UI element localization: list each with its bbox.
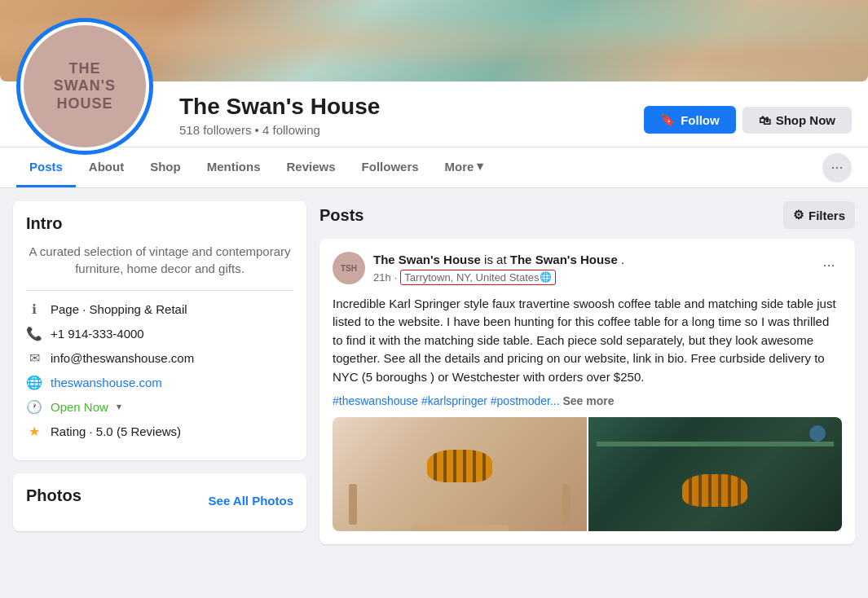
post-location-page-link[interactable]: The Swan's House [510, 253, 618, 266]
tiger-decoration [427, 450, 492, 482]
page-title: The Swan's House [179, 94, 644, 120]
photos-card: Photos See All Photos [13, 473, 306, 531]
avatar-text: TheSWAN'Shouse [54, 60, 116, 113]
tab-followers[interactable]: Followers [349, 148, 432, 187]
intro-card: Intro A curated selection of vintage and… [13, 201, 306, 460]
intro-item-website[interactable]: 🌐 theswanshouse.com [26, 374, 293, 390]
star-icon: ★ [26, 423, 42, 439]
tiger-decoration-2 [682, 474, 747, 507]
see-all-photos-link[interactable]: See All Photos [209, 494, 293, 508]
posts-header: Posts ⚙ Filters [319, 201, 855, 229]
follow-icon: 🔖 [660, 112, 676, 127]
follow-button[interactable]: 🔖 Follow [644, 106, 736, 134]
posts-section-title: Posts [319, 206, 364, 225]
post-images [333, 417, 842, 531]
post-meta: The Swan's House is at The Swan's House … [373, 252, 808, 285]
post-author-line: The Swan's House is at The Swan's House … [373, 252, 808, 268]
intro-item-rating: ★ Rating · 5.0 (5 Reviews) [26, 423, 293, 439]
info-icon: ℹ [26, 301, 42, 317]
main-content: Intro A curated selection of vintage and… [0, 201, 868, 544]
post-location-text: Tarrytown, NY, United States [404, 271, 539, 284]
left-sidebar: Intro A curated selection of vintage and… [13, 201, 306, 544]
post-image-2[interactable] [588, 417, 843, 531]
post-time-line: 21h · Tarrytown, NY, United States 🌐 [373, 270, 808, 285]
tab-reviews[interactable]: Reviews [274, 148, 349, 187]
more-options-button[interactable]: ··· [822, 153, 852, 182]
post-image-1[interactable] [333, 417, 587, 531]
photos-header: Photos See All Photos [26, 486, 293, 515]
tab-mentions[interactable]: Mentions [194, 148, 274, 187]
post-header: TSH The Swan's House is at The Swan's Ho… [333, 252, 842, 285]
chevron-down-icon: ▾ [477, 159, 483, 174]
filters-button[interactable]: ⚙ Filters [783, 201, 855, 229]
shop-now-button[interactable]: 🛍 Shop Now [742, 107, 852, 134]
photos-title: Photos [26, 486, 82, 505]
website-link[interactable]: theswanshouse.com [51, 376, 162, 389]
tab-more[interactable]: More ▾ [432, 147, 497, 187]
intro-description: A curated selection of vintage and conte… [26, 243, 293, 277]
globe-icon: 🌐 [540, 271, 552, 283]
profile-top: TheSWAN'Shouse The Swan's House 518 foll… [0, 81, 868, 147]
intro-item-email: ✉ info@theswanshouse.com [26, 350, 293, 366]
post-author-avatar: TSH [333, 252, 365, 284]
phone-icon: 📞 [26, 325, 42, 341]
avatar-wrapper: TheSWAN'Shouse [16, 18, 153, 155]
clock-icon: 🕐 [26, 398, 42, 415]
profile-actions: 🔖 Follow 🛍 Shop Now [644, 106, 852, 137]
intro-title: Intro [26, 214, 293, 233]
post-author-name[interactable]: The Swan's House [373, 253, 481, 266]
shop-icon: 🛍 [759, 113, 771, 127]
post-location-badge[interactable]: Tarrytown, NY, United States 🌐 [400, 270, 555, 285]
intro-item-hours[interactable]: 🕐 Open Now ▾ [26, 398, 293, 415]
globe-icon: 🌐 [26, 374, 42, 390]
posts-section: Posts ⚙ Filters TSH The Swan's House is … [319, 201, 855, 544]
post-hashtags: #theswanshouse #karlspringer #postmoder.… [333, 394, 842, 407]
chevron-down-icon: ▾ [117, 401, 121, 412]
post-options-button[interactable]: ··· [816, 252, 842, 278]
avatar-ring: TheSWAN'Shouse [16, 18, 153, 155]
profile-stats: 518 followers • 4 following [179, 123, 644, 137]
avatar: TheSWAN'Shouse [24, 25, 146, 147]
filters-icon: ⚙ [793, 208, 804, 222]
email-icon: ✉ [26, 350, 42, 366]
post-time: 21h [373, 271, 391, 284]
intro-item-phone: 📞 +1 914-333-4000 [26, 325, 293, 341]
profile-name-section: The Swan's House 518 followers • 4 follo… [179, 94, 644, 137]
profile-header: TheSWAN'Shouse The Swan's House 518 foll… [0, 81, 868, 188]
see-more-button[interactable]: See more [563, 394, 615, 407]
post-body-text: Incredible Karl Springer style faux trav… [333, 295, 842, 387]
post-card: TSH The Swan's House is at The Swan's Ho… [319, 239, 855, 544]
intro-item-page-type: ℹ Page · Shopping & Retail [26, 301, 293, 317]
